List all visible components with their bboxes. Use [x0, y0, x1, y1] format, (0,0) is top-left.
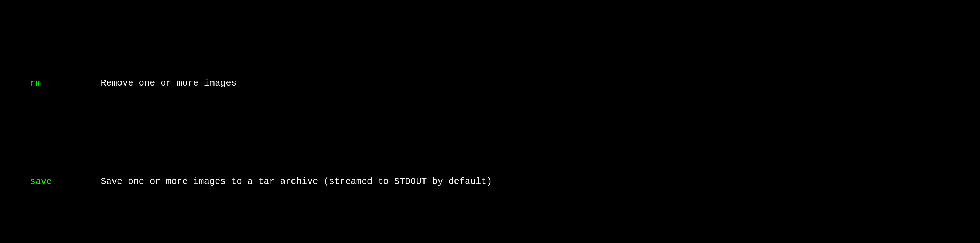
save-line: save Save one or more images to a tar ar… — [8, 160, 972, 202]
rm-line: rm Remove one or more images — [8, 62, 972, 104]
rm-command: rm — [30, 78, 41, 88]
terminal-window: rm Remove one or more images save Save o… — [8, 6, 972, 243]
rm-description: Remove one or more images — [41, 78, 237, 88]
save-command: save — [30, 176, 51, 187]
save-description: Save one or more images to a tar archive… — [52, 176, 492, 187]
